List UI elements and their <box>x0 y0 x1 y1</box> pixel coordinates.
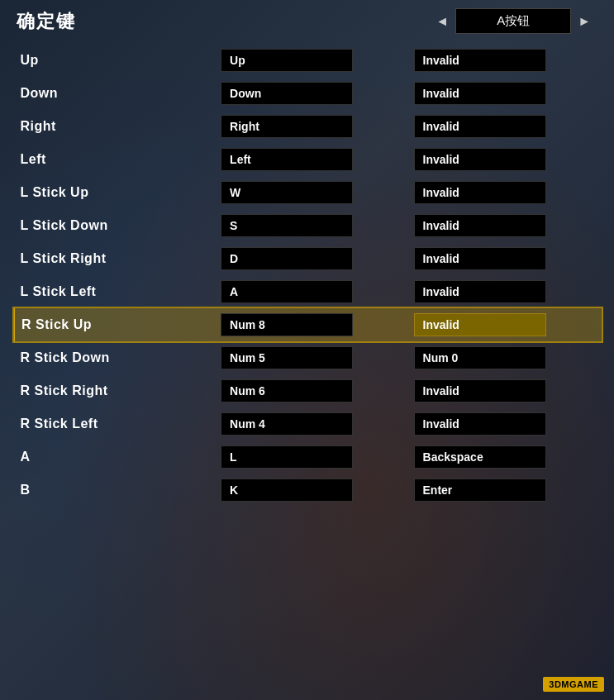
page-title: 确定键 <box>17 9 76 34</box>
key1-cell[interactable]: Left <box>216 143 408 176</box>
table-row[interactable]: L Stick LeftAInvalid <box>14 275 602 308</box>
table-row[interactable]: R Stick LeftNum 4Invalid <box>14 407 602 440</box>
key2-cell[interactable]: Invalid <box>409 44 602 77</box>
key2-cell[interactable]: Invalid <box>409 275 602 308</box>
key1-cell[interactable]: Up <box>216 44 408 77</box>
key1-cell[interactable]: S <box>216 209 408 242</box>
nav-right-button[interactable]: ► <box>571 12 597 31</box>
key2-cell[interactable]: Invalid <box>409 374 602 407</box>
main-container: 确定键 ◄ A按钮 ► UpUpInvalidDownDownInvalidRi… <box>0 0 614 700</box>
key2-cell[interactable]: Invalid <box>409 242 602 275</box>
key1-cell[interactable]: Num 6 <box>216 374 408 407</box>
key1-cell[interactable]: Num 5 <box>216 341 408 374</box>
header: 确定键 ◄ A按钮 ► <box>12 8 602 34</box>
nav-left-button[interactable]: ◄ <box>429 12 455 31</box>
keybind-table: UpUpInvalidDownDownInvalidRightRightInva… <box>12 44 602 507</box>
table-row[interactable]: R Stick UpNum 8Invalid <box>14 308 602 341</box>
action-label: L Stick Down <box>14 209 217 242</box>
table-row[interactable]: LeftLeftInvalid <box>14 143 602 176</box>
table-row[interactable]: BKEnter <box>14 474 602 507</box>
action-label: R Stick Up <box>14 308 217 341</box>
key2-cell[interactable]: Invalid <box>409 143 602 176</box>
table-row[interactable]: RightRightInvalid <box>14 110 602 143</box>
action-label: R Stick Right <box>14 374 217 407</box>
action-label: R Stick Left <box>14 407 217 440</box>
current-device-label: A按钮 <box>455 8 571 34</box>
table-row[interactable]: R Stick RightNum 6Invalid <box>14 374 602 407</box>
key2-cell[interactable]: Backspace <box>409 440 602 474</box>
watermark: 3DMGAME <box>543 677 604 692</box>
table-row[interactable]: L Stick RightDInvalid <box>14 242 602 275</box>
key1-cell[interactable]: A <box>216 275 408 308</box>
action-label: Up <box>14 44 217 77</box>
key2-cell[interactable]: Invalid <box>409 110 602 143</box>
action-label: Left <box>14 143 217 176</box>
table-row[interactable]: R Stick DownNum 5Num 0 <box>14 341 602 374</box>
key1-cell[interactable]: K <box>216 474 408 507</box>
action-label: L Stick Right <box>14 242 217 275</box>
table-row[interactable]: L Stick UpWInvalid <box>14 176 602 209</box>
key2-cell[interactable]: Num 0 <box>409 341 602 374</box>
table-row[interactable]: L Stick DownSInvalid <box>14 209 602 242</box>
key2-cell[interactable]: Invalid <box>409 77 602 110</box>
key2-cell[interactable]: Invalid <box>409 176 602 209</box>
table-row[interactable]: DownDownInvalid <box>14 77 602 110</box>
key2-cell[interactable]: Enter <box>409 474 602 507</box>
key1-cell[interactable]: Num 8 <box>216 308 408 341</box>
key2-cell[interactable]: Invalid <box>409 407 602 440</box>
key1-cell[interactable]: L <box>216 440 408 474</box>
key1-cell[interactable]: Down <box>216 77 408 110</box>
action-label: Down <box>14 77 217 110</box>
action-label: Right <box>14 110 217 143</box>
key1-cell[interactable]: Right <box>216 110 408 143</box>
key2-cell[interactable]: Invalid <box>409 209 602 242</box>
action-label: R Stick Down <box>14 341 217 374</box>
action-label: L Stick Left <box>14 275 217 308</box>
key2-cell[interactable]: Invalid <box>409 308 602 341</box>
key1-cell[interactable]: Num 4 <box>216 407 408 440</box>
table-row[interactable]: ALBackspace <box>14 440 602 474</box>
action-label: L Stick Up <box>14 176 217 209</box>
device-selector: ◄ A按钮 ► <box>429 8 597 34</box>
table-row[interactable]: UpUpInvalid <box>14 44 602 77</box>
key1-cell[interactable]: W <box>216 176 408 209</box>
action-label: B <box>14 474 217 507</box>
action-label: A <box>14 440 217 474</box>
key1-cell[interactable]: D <box>216 242 408 275</box>
